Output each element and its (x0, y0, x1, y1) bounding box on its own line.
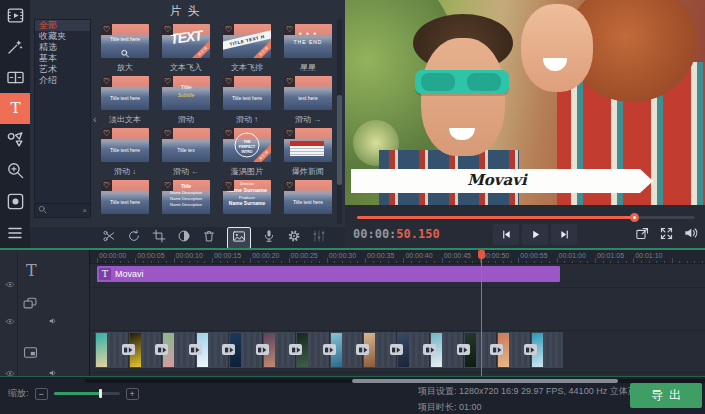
template-card[interactable]: ♡ TITLE TEXT H NEW 文本飞排 (223, 24, 271, 76)
clip-toolbar-delete-button[interactable] (202, 229, 216, 247)
favorite-heart-icon[interactable]: ♡ (162, 76, 173, 87)
template-thumbnail[interactable]: ♡ ★ ★ ★ THE END (284, 24, 332, 58)
templates-scrollbar-thumb[interactable] (337, 95, 342, 185)
template-card[interactable]: ♡ THE PERFECT INTRO NEW 漩涡图片 (223, 128, 271, 180)
next-frame-button[interactable] (551, 224, 577, 245)
template-card[interactable]: ♡ ★ ★ ★ THE END 星星 (284, 24, 332, 76)
template-thumbnail[interactable]: ♡ Subtitle Title (162, 76, 210, 110)
tool-filters[interactable] (0, 31, 30, 62)
tool-titles[interactable]: T (0, 93, 30, 124)
transition-badge-icon[interactable] (490, 344, 503, 355)
clip-toolbar-rotate-button[interactable] (127, 229, 141, 247)
template-card[interactable]: ♡ Name Surname Director Producer Name Su… (223, 180, 271, 227)
transition-badge-icon[interactable] (256, 344, 269, 355)
favorite-heart-icon[interactable]: ♡ (223, 180, 234, 191)
template-thumbnail[interactable]: ♡ Title text here (101, 24, 149, 58)
template-thumbnail[interactable]: ♡ Title text here (284, 180, 332, 214)
clear-search-icon[interactable]: × (82, 207, 87, 215)
zoom-slider-handle[interactable] (99, 389, 102, 398)
clip-toolbar-clip-properties-button[interactable] (287, 229, 301, 247)
zoom-slider[interactable] (54, 392, 120, 395)
transition-badge-icon[interactable] (155, 344, 168, 355)
tool-callouts[interactable] (0, 124, 30, 155)
template-thumbnail[interactable]: ♡ Title text here (101, 76, 149, 110)
template-thumbnail[interactable]: ♡ Name Description Name Description Name… (162, 180, 210, 214)
previous-frame-button[interactable] (493, 224, 519, 245)
category-0[interactable]: 全部 (35, 20, 90, 31)
favorite-heart-icon[interactable]: ♡ (101, 180, 112, 191)
tool-transitions[interactable] (0, 62, 30, 93)
transition-badge-icon[interactable] (423, 344, 436, 355)
fullscreen-icon[interactable] (659, 225, 674, 245)
favorite-heart-icon[interactable]: ♡ (284, 24, 295, 35)
playhead-marker[interactable] (478, 250, 485, 259)
clip-toolbar-audio-levels-button[interactable] (312, 229, 326, 247)
transition-badge-icon[interactable] (222, 344, 235, 355)
zoom-in-button[interactable]: + (126, 388, 139, 400)
favorite-heart-icon[interactable]: ♡ (162, 180, 173, 191)
clip-toolbar-record-audio-button[interactable] (262, 229, 276, 247)
export-button[interactable]: 导出 (630, 383, 702, 408)
favorite-heart-icon[interactable]: ♡ (284, 128, 295, 139)
favorite-heart-icon[interactable]: ♡ (101, 24, 112, 35)
tool-more-tools[interactable] (0, 217, 30, 248)
favorite-heart-icon[interactable]: ♡ (223, 128, 234, 139)
transition-badge-icon[interactable] (189, 344, 202, 355)
category-2[interactable]: 精选 (35, 42, 90, 53)
favorite-heart-icon[interactable]: ♡ (101, 128, 112, 139)
template-card[interactable]: ♡ Title text here 放大 (101, 24, 149, 76)
tool-pan-zoom[interactable] (0, 155, 30, 186)
title-clip[interactable]: T Movavi (97, 266, 560, 282)
favorite-heart-icon[interactable]: ♡ (162, 128, 173, 139)
overlay-track-mute-speaker-icon[interactable] (48, 312, 58, 330)
category-4[interactable]: 艺术 (35, 64, 90, 75)
transition-badge-icon[interactable] (323, 344, 336, 355)
template-card[interactable]: ♡ Title text here 滑动 ↑ (223, 76, 271, 128)
transition-badge-icon[interactable] (289, 344, 302, 355)
template-card[interactable]: ♡ TEXT NEW 文本飞入 (162, 24, 210, 76)
transition-badge-icon[interactable] (457, 344, 470, 355)
template-thumbnail[interactable]: ♡ Title tex (162, 128, 210, 162)
template-card[interactable]: ♡ Title tex 滑动 ← (162, 128, 210, 180)
category-5[interactable]: 介绍 (35, 75, 90, 86)
templates-scrollbar[interactable] (337, 19, 342, 224)
favorite-heart-icon[interactable]: ♡ (101, 76, 112, 87)
template-thumbnail[interactable]: ♡ TEXT NEW (162, 24, 210, 58)
video-clip[interactable] (95, 332, 129, 368)
category-3[interactable]: 基本 (35, 53, 90, 64)
timeline-hscrollbar-thumb[interactable] (352, 379, 618, 383)
transition-badge-icon[interactable] (524, 344, 537, 355)
template-thumbnail[interactable]: ♡ Title text here (223, 76, 271, 110)
play-button[interactable] (522, 224, 548, 245)
detach-player-icon[interactable] (635, 225, 650, 245)
zoom-out-button[interactable]: − (35, 388, 48, 400)
seek-handle[interactable] (630, 213, 639, 222)
favorite-heart-icon[interactable]: ♡ (223, 76, 234, 87)
tool-import[interactable] (0, 0, 30, 31)
template-card[interactable]: ♡ Name Description Name Description Name… (162, 180, 210, 227)
template-thumbnail[interactable]: ♡ Title text here (101, 180, 149, 214)
collapse-panel-chevron-icon[interactable]: ‹ (93, 114, 97, 125)
template-card[interactable]: ♡ Title text here 滑动 ↓ (101, 128, 149, 180)
timeline-ruler[interactable]: 00:00:0000:00:0500:00:1000:00:1500:00:20… (90, 250, 705, 264)
category-1[interactable]: 收藏夹 (35, 31, 90, 42)
template-card[interactable]: ♡ Subtitle Title 滑动 (162, 76, 210, 128)
clip-toolbar-image-properties-button[interactable] (227, 227, 251, 249)
template-card[interactable]: ♡ Title text here (101, 180, 149, 227)
clip-toolbar-color-adjustments-button[interactable] (177, 229, 191, 247)
playhead-line[interactable] (481, 250, 482, 376)
tool-animation[interactable] (0, 186, 30, 217)
transition-badge-icon[interactable] (390, 344, 403, 355)
clip-toolbar-split-button[interactable] (102, 229, 116, 247)
template-thumbnail[interactable]: ♡ Name Surname Director Producer Name Su… (223, 180, 271, 214)
favorite-heart-icon[interactable]: ♡ (223, 24, 234, 35)
clip-toolbar-crop-button[interactable] (152, 229, 166, 247)
transition-badge-icon[interactable] (122, 344, 135, 355)
favorite-heart-icon[interactable]: ♡ (284, 76, 295, 87)
template-card[interactable]: ♡ Title text here (284, 180, 332, 227)
seek-bar[interactable] (357, 213, 695, 222)
template-card[interactable]: ♡ text here 滑动 → (284, 76, 332, 128)
template-card[interactable]: ♡ 爆炸新闻 (284, 128, 332, 180)
template-card[interactable]: ♡ Title text here 淡出文本 (101, 76, 149, 128)
template-thumbnail[interactable]: ♡ (284, 128, 332, 162)
